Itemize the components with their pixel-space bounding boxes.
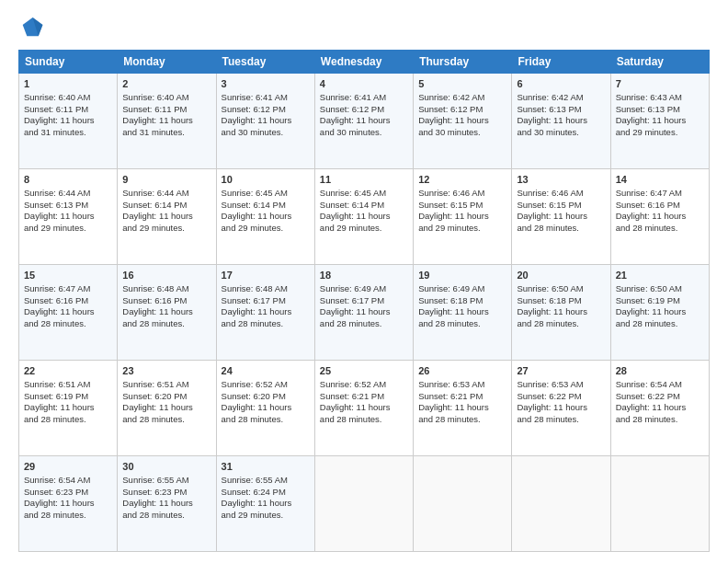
day-info-line: and 29 minutes.: [222, 510, 284, 520]
days-of-week-row: SundayMondayTuesdayWednesdayThursdayFrid…: [19, 51, 710, 74]
day-info-line: Daylight: 11 hours: [24, 498, 95, 508]
day-number: 14: [616, 173, 704, 187]
day-info-line: and 28 minutes.: [24, 510, 86, 520]
day-info-line: Sunset: 6:16 PM: [24, 295, 88, 305]
day-cell: 30Sunrise: 6:55 AMSunset: 6:23 PMDayligh…: [118, 456, 216, 552]
day-number: 8: [24, 173, 112, 187]
day-info-line: Sunrise: 6:45 AM: [222, 188, 288, 198]
day-info-line: Sunset: 6:19 PM: [616, 295, 680, 305]
day-number: 3: [222, 77, 310, 91]
day-info-line: Daylight: 11 hours: [222, 498, 292, 508]
day-number: 28: [616, 364, 704, 378]
page: SundayMondayTuesdayWednesdayThursdayFrid…: [0, 0, 728, 563]
day-number: 31: [222, 460, 310, 474]
day-info-line: Daylight: 11 hours: [122, 115, 193, 125]
day-info-line: Sunset: 6:11 PM: [24, 104, 88, 114]
week-row-2: 8Sunrise: 6:44 AMSunset: 6:13 PMDaylight…: [19, 169, 710, 265]
day-info-line: Sunrise: 6:40 AM: [24, 92, 90, 102]
day-info-line: Sunrise: 6:53 AM: [517, 379, 583, 389]
day-cell: 27Sunrise: 6:53 AMSunset: 6:22 PMDayligh…: [512, 361, 610, 456]
day-info-line: Sunset: 6:12 PM: [418, 104, 483, 114]
day-info-line: and 28 minutes.: [320, 318, 382, 328]
day-info-line: and 28 minutes.: [517, 414, 579, 424]
day-of-week-thursday: Thursday: [414, 51, 512, 74]
day-info-line: Daylight: 11 hours: [517, 115, 587, 125]
week-row-3: 15Sunrise: 6:47 AMSunset: 6:16 PMDayligh…: [19, 265, 710, 361]
day-cell: 28Sunrise: 6:54 AMSunset: 6:22 PMDayligh…: [610, 361, 709, 456]
day-info-line: Sunset: 6:11 PM: [122, 104, 187, 114]
day-info-line: and 30 minutes.: [222, 127, 284, 137]
day-info-line: Sunrise: 6:47 AM: [616, 188, 682, 198]
day-number: 4: [320, 77, 408, 91]
day-info-line: Daylight: 11 hours: [616, 211, 687, 221]
day-info-line: Daylight: 11 hours: [418, 211, 489, 221]
day-info-line: and 30 minutes.: [418, 127, 481, 137]
day-number: 27: [517, 364, 605, 378]
day-info-line: Sunset: 6:14 PM: [122, 200, 187, 210]
day-info-line: Sunrise: 6:48 AM: [122, 283, 188, 293]
day-cell: [512, 456, 610, 552]
day-cell: 16Sunrise: 6:48 AMSunset: 6:16 PMDayligh…: [118, 265, 216, 361]
day-info-line: and 28 minutes.: [222, 414, 284, 424]
day-info-line: Sunset: 6:21 PM: [320, 391, 384, 401]
day-cell: 24Sunrise: 6:52 AMSunset: 6:20 PMDayligh…: [216, 361, 314, 456]
day-cell: 21Sunrise: 6:50 AMSunset: 6:19 PMDayligh…: [610, 265, 709, 361]
day-number: 10: [222, 173, 310, 187]
day-number: 18: [320, 269, 408, 282]
day-cell: 15Sunrise: 6:47 AMSunset: 6:16 PMDayligh…: [19, 265, 118, 361]
day-info-line: Sunrise: 6:53 AM: [418, 379, 484, 389]
day-info-line: and 28 minutes.: [616, 318, 678, 328]
day-info-line: Daylight: 11 hours: [122, 306, 193, 316]
day-cell: 10Sunrise: 6:45 AMSunset: 6:14 PMDayligh…: [216, 169, 314, 265]
day-info-line: Sunrise: 6:54 AM: [616, 379, 682, 389]
generalblue-logo-icon: [18, 15, 44, 40]
day-info-line: Sunrise: 6:51 AM: [122, 379, 188, 389]
day-info-line: Daylight: 11 hours: [24, 306, 95, 316]
day-cell: 23Sunrise: 6:51 AMSunset: 6:20 PMDayligh…: [118, 361, 216, 456]
day-info-line: Sunset: 6:24 PM: [222, 487, 286, 497]
day-info-line: and 30 minutes.: [517, 127, 579, 137]
day-info-line: Sunrise: 6:49 AM: [418, 283, 484, 293]
day-cell: 5Sunrise: 6:42 AMSunset: 6:12 PMDaylight…: [414, 74, 512, 169]
day-info-line: Daylight: 11 hours: [517, 211, 587, 221]
day-info-line: and 28 minutes.: [222, 318, 284, 328]
day-info-line: Daylight: 11 hours: [320, 115, 391, 125]
day-info-line: Daylight: 11 hours: [320, 211, 391, 221]
day-cell: 14Sunrise: 6:47 AMSunset: 6:16 PMDayligh…: [610, 169, 709, 265]
day-info-line: and 29 minutes.: [616, 127, 678, 137]
day-info-line: Sunrise: 6:41 AM: [320, 92, 386, 102]
day-of-week-sunday: Sunday: [19, 51, 118, 74]
day-number: 22: [24, 364, 112, 378]
day-info-line: Daylight: 11 hours: [418, 402, 489, 412]
week-row-1: 1Sunrise: 6:40 AMSunset: 6:11 PMDaylight…: [19, 74, 710, 169]
day-info-line: Sunset: 6:17 PM: [222, 295, 286, 305]
day-info-line: Sunset: 6:18 PM: [517, 295, 581, 305]
day-info-line: Sunset: 6:17 PM: [320, 295, 384, 305]
day-info-line: Sunset: 6:15 PM: [418, 200, 483, 210]
day-info-line: Sunrise: 6:42 AM: [418, 92, 484, 102]
day-info-line: and 28 minutes.: [418, 414, 481, 424]
day-info-line: Sunset: 6:20 PM: [222, 391, 286, 401]
day-cell: 12Sunrise: 6:46 AMSunset: 6:15 PMDayligh…: [414, 169, 512, 265]
day-number: 6: [517, 77, 605, 91]
day-info-line: and 28 minutes.: [24, 318, 86, 328]
day-number: 19: [418, 269, 506, 282]
day-cell: 26Sunrise: 6:53 AMSunset: 6:21 PMDayligh…: [414, 361, 512, 456]
day-info-line: Sunrise: 6:46 AM: [418, 188, 484, 198]
day-info-line: Sunrise: 6:44 AM: [122, 188, 188, 198]
day-number: 26: [418, 364, 506, 378]
day-cell: 8Sunrise: 6:44 AMSunset: 6:13 PMDaylight…: [19, 169, 118, 265]
day-info-line: Sunrise: 6:43 AM: [616, 92, 682, 102]
day-number: 9: [122, 173, 210, 187]
day-info-line: Sunrise: 6:50 AM: [616, 283, 682, 293]
day-info-line: Sunrise: 6:51 AM: [24, 379, 90, 389]
day-cell: 7Sunrise: 6:43 AMSunset: 6:13 PMDaylight…: [610, 74, 709, 169]
day-info-line: Sunrise: 6:52 AM: [320, 379, 386, 389]
day-info-line: Daylight: 11 hours: [616, 115, 687, 125]
day-info-line: and 29 minutes.: [122, 223, 185, 233]
day-info-line: Sunset: 6:19 PM: [24, 391, 88, 401]
calendar-table: SundayMondayTuesdayWednesdayThursdayFrid…: [18, 50, 710, 552]
day-info-line: Sunset: 6:16 PM: [122, 295, 187, 305]
day-info-line: Sunset: 6:16 PM: [616, 200, 680, 210]
day-info-line: Sunrise: 6:42 AM: [517, 92, 583, 102]
